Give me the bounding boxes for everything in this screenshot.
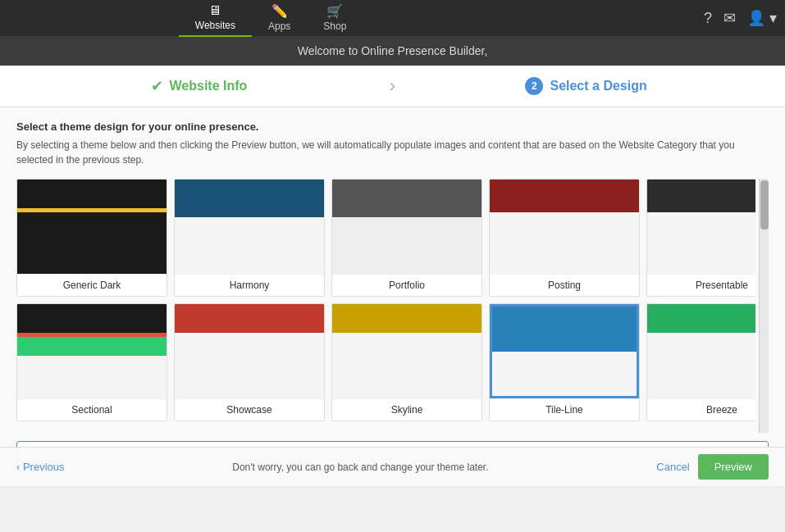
theme-name-showcase: Showcase [175,398,324,421]
nav-label-shop: Shop [323,20,346,32]
theme-name-portfolio: Portfolio [332,274,481,296]
theme-thumbnail-portfolio [332,180,481,274]
theme-card-portfolio[interactable]: Portfolio [331,179,482,297]
theme-grid: Generic DarkHarmonyPortfolioPostingPrese… [16,179,755,421]
step1-label: Website Info [170,79,248,93]
theme-card-tile-line[interactable]: Tile-Line [489,303,640,421]
footer: Previous Don't worry, you can go back an… [0,447,785,486]
theme-card-posting[interactable]: Posting [489,179,640,297]
cancel-button[interactable]: Cancel [656,461,689,473]
step-divider: › [390,75,395,97]
theme-thumbnail-showcase [175,304,324,398]
theme-thumbnail-generic-dark [17,180,167,274]
nav-item-websites[interactable]: 🖥 Websites [179,0,252,37]
theme-thumbnail-posting [490,180,639,274]
step2-badge: 2 [525,77,543,95]
theme-card-harmony[interactable]: Harmony [174,179,325,297]
user-icon[interactable]: 👤 ▾ [747,9,777,27]
step1-check-icon: ✔ [151,77,163,95]
theme-thumbnail-tile-line [490,304,639,398]
theme-name-sectional: Sectional [17,398,167,421]
step2-label: Select a Design [550,79,646,93]
theme-name-skyline: Skyline [332,398,481,421]
theme-thumbnail-harmony [175,180,324,274]
shop-icon: 🛒 [326,3,343,19]
step-1: ✔ Website Info [16,77,381,95]
nav-label-websites: Websites [195,20,235,31]
theme-grid-wrapper: Generic DarkHarmonyPortfolioPostingPrese… [16,179,769,433]
theme-card-generic-dark[interactable]: Generic Dark [16,179,167,297]
nav-items: 🖥 Websites ✏️ Apps 🛒 Shop [179,0,363,37]
help-icon[interactable]: ? [704,10,712,27]
theme-card-presentable[interactable]: Presentable [646,179,755,297]
step-2: 2 Select a Design [404,77,769,95]
theme-thumbnail-sectional [17,304,167,398]
preview-button[interactable]: Preview [698,454,769,480]
wizard-steps: ✔ Website Info › 2 Select a Design [0,66,785,107]
footer-note: Don't worry, you can go back and change … [65,462,657,473]
nav-item-apps[interactable]: ✏️ Apps [252,0,307,37]
welcome-bar: Welcome to Online Presence Builder, [0,36,785,66]
welcome-text: Welcome to Online Presence Builder, [298,44,488,57]
theme-name-presentable: Presentable [647,274,755,296]
theme-card-sectional[interactable]: Sectional [16,303,167,421]
theme-name-generic-dark: Generic Dark [17,274,167,296]
main-content: Select a theme design for your online pr… [0,107,785,447]
mail-icon[interactable]: ✉ [723,9,736,27]
theme-name-breeze: Breeze [647,398,755,421]
previous-button[interactable]: Previous [16,461,65,473]
theme-name-harmony: Harmony [175,274,324,296]
apps-icon: ✏️ [272,3,288,19]
nav-right-icons: ? ✉ 👤 ▾ [704,9,777,27]
nav-item-shop[interactable]: 🛒 Shop [307,0,363,37]
scrollbar-track[interactable] [759,179,769,433]
theme-thumbnail-skyline [332,304,481,398]
show-less-themes-button[interactable]: Show Less Themes ▲ [16,441,769,447]
websites-icon: 🖥 [208,3,221,18]
instructions-title: Select a theme design for your online pr… [16,120,769,133]
scrollbar-thumb[interactable] [760,180,769,230]
theme-card-showcase[interactable]: Showcase [174,303,325,421]
top-navigation: 🖥 Websites ✏️ Apps 🛒 Shop ? ✉ 👤 ▾ [0,0,785,36]
theme-name-posting: Posting [490,274,639,296]
theme-name-tile-line: Tile-Line [490,398,639,421]
nav-label-apps: Apps [268,20,290,32]
instructions-body: By selecting a theme below and then clic… [16,138,769,167]
theme-thumbnail-breeze [647,304,755,398]
theme-card-skyline[interactable]: Skyline [331,303,482,421]
theme-thumbnail-presentable [647,180,755,274]
theme-card-breeze[interactable]: Breeze [646,303,755,421]
